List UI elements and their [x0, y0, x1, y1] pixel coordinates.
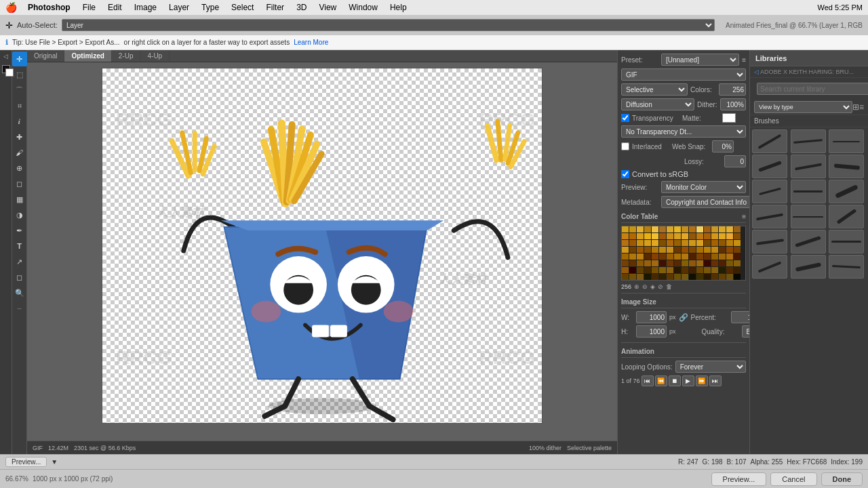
tab-4up[interactable]: 4-Up [141, 50, 170, 62]
color-cell-60[interactable] [711, 247, 718, 253]
color-cell-125[interactable] [719, 274, 726, 280]
eraser-tool[interactable]: ◻ [12, 176, 27, 191]
color-cell-95[interactable] [734, 260, 741, 266]
color-cell-121[interactable] [689, 274, 696, 280]
brush-item-15[interactable] [752, 255, 787, 279]
diffusion-select[interactable]: Diffusion [621, 98, 694, 110]
menu-window[interactable]: Window [343, 1, 383, 14]
color-cell-124[interactable] [711, 274, 718, 280]
menu-select[interactable]: Select [226, 1, 259, 14]
color-cell-74[interactable] [696, 253, 703, 260]
color-ctrl-1[interactable]: ⊕ [634, 283, 639, 290]
color-cell-35[interactable] [644, 240, 651, 246]
dodge-tool[interactable]: ◑ [12, 207, 27, 222]
color-cell-11[interactable] [704, 226, 711, 232]
color-cell-28[interactable] [711, 233, 718, 239]
color-cell-34[interactable] [637, 240, 644, 246]
color-cell-42[interactable] [696, 240, 703, 246]
color-cell-110[interactable] [726, 267, 733, 273]
color-cell-18[interactable] [637, 233, 644, 239]
format-select[interactable]: GIF [621, 68, 746, 81]
color-cell-5[interactable] [659, 226, 666, 232]
crop-tool[interactable]: ⌗ [12, 98, 27, 113]
color-cell-100[interactable] [652, 267, 658, 273]
color-cell-44[interactable] [711, 240, 718, 246]
brush-item-3[interactable] [752, 155, 787, 178]
anim-first-btn[interactable]: ⏮ [642, 375, 654, 386]
transparency-checkbox[interactable] [621, 114, 629, 122]
color-cell-71[interactable] [674, 253, 681, 260]
clone-tool[interactable]: ⊕ [12, 161, 27, 176]
cancel-button[interactable]: Cancel [770, 472, 816, 486]
color-cell-68[interactable] [652, 253, 658, 260]
color-cell-105[interactable] [689, 267, 696, 273]
brush-item-17[interactable] [829, 255, 864, 279]
color-cell-127[interactable] [734, 274, 741, 280]
color-cell-4[interactable] [652, 226, 658, 232]
color-cell-20[interactable] [652, 233, 658, 239]
color-cell-51[interactable] [644, 247, 651, 253]
color-ctrl-4[interactable]: ⊘ [658, 283, 663, 290]
color-cell-39[interactable] [674, 240, 681, 246]
color-cell-86[interactable] [667, 260, 673, 266]
color-cell-83[interactable] [644, 260, 651, 266]
color-ctrl-2[interactable]: ⊖ [642, 283, 648, 290]
dither-input[interactable] [720, 98, 746, 110]
color-grid[interactable] [621, 226, 746, 281]
selection-tool[interactable]: ⬚ [12, 67, 27, 82]
color-cell-111[interactable] [734, 267, 741, 273]
color-cell-23[interactable] [674, 233, 681, 239]
convert-srgb-checkbox[interactable] [621, 170, 629, 178]
color-cell-59[interactable] [704, 247, 711, 253]
color-cell-1[interactable] [629, 226, 636, 232]
color-cell-75[interactable] [704, 253, 711, 260]
menu-3d[interactable]: 3D [291, 1, 312, 14]
menu-layer[interactable]: Layer [163, 1, 195, 14]
color-cell-84[interactable] [652, 260, 658, 266]
brush-item-12[interactable] [752, 230, 787, 253]
color-cell-78[interactable] [726, 253, 733, 260]
brush-item-5[interactable] [829, 155, 864, 178]
color-cell-107[interactable] [704, 267, 711, 273]
color-cell-93[interactable] [719, 260, 726, 266]
color-cell-120[interactable] [682, 274, 688, 280]
history-icon[interactable]: ◁ [3, 53, 8, 60]
color-cell-101[interactable] [659, 267, 666, 273]
menu-file[interactable]: File [77, 1, 101, 14]
color-cell-108[interactable] [711, 267, 718, 273]
color-cell-122[interactable] [696, 274, 703, 280]
color-cell-29[interactable] [719, 233, 726, 239]
percent-input[interactable] [731, 311, 749, 323]
quality-select[interactable]: Bicubic [742, 325, 749, 338]
brush-item-2[interactable] [829, 129, 864, 153]
brush-item-0[interactable] [752, 129, 787, 153]
color-cell-102[interactable] [667, 267, 673, 273]
color-cell-24[interactable] [682, 233, 688, 239]
menu-help[interactable]: Help [384, 1, 412, 14]
no-transparency-select[interactable]: No Transparency Dt... [621, 125, 746, 138]
color-cell-113[interactable] [629, 274, 636, 280]
matte-swatch[interactable] [722, 113, 736, 123]
lib-view-select[interactable]: View by type [754, 101, 852, 113]
color-cell-62[interactable] [726, 247, 733, 253]
color-cell-90[interactable] [696, 260, 703, 266]
zoom-tool[interactable]: 🔍 [12, 285, 27, 300]
color-cell-33[interactable] [629, 240, 636, 246]
color-cell-98[interactable] [637, 267, 644, 273]
heal-tool[interactable]: ✚ [12, 129, 27, 144]
color-cell-80[interactable] [622, 260, 629, 266]
color-cell-76[interactable] [711, 253, 718, 260]
color-cell-3[interactable] [644, 226, 651, 232]
color-cell-67[interactable] [644, 253, 651, 260]
color-cell-27[interactable] [704, 233, 711, 239]
colors-input[interactable] [719, 83, 746, 96]
color-cell-58[interactable] [696, 247, 703, 253]
libraries-breadcrumb[interactable]: ◁ ADOBE X KEITH HARING: BRU... [750, 66, 868, 78]
color-cell-25[interactable] [689, 233, 696, 239]
move-tool[interactable]: ✛ [12, 52, 27, 66]
color-cell-10[interactable] [696, 226, 703, 232]
color-cell-22[interactable] [667, 233, 673, 239]
brush-item-1[interactable] [791, 129, 826, 153]
color-cell-41[interactable] [689, 240, 696, 246]
anim-prev-btn[interactable]: ⏪ [655, 375, 667, 386]
